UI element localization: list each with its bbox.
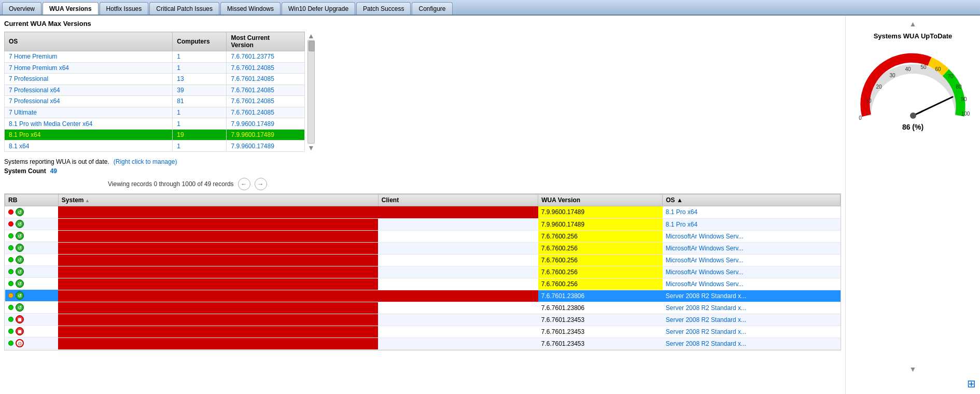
list-item[interactable]: ↺ 7.9.9600.174898.1 Pro x64	[5, 218, 841, 230]
rb-icon[interactable]: ⊙	[16, 339, 24, 347]
list-item[interactable]: ↺ 7.6.7600.256MicrosoftAr Windows Serv..…	[5, 242, 841, 254]
list-item[interactable]: ⏹ 7.6.7601.23453Server 2008 R2 Standard …	[5, 326, 841, 337]
grid-view-icon[interactable]: ⊞	[967, 377, 976, 390]
right-click-hint[interactable]: (Right click to manage)	[114, 158, 177, 165]
os-cell: Server 2008 R2 Standard x...	[663, 314, 841, 326]
tab-overview[interactable]: Overview	[2, 2, 41, 15]
tab-patch-success[interactable]: Patch Success	[356, 2, 411, 15]
rb-icon[interactable]: ↺	[16, 268, 24, 276]
table-row[interactable]: 7 Professional137.6.7601.24085	[5, 74, 305, 85]
tab-win10-defer[interactable]: Win10 Defer Upgrade	[282, 2, 355, 15]
client-cell	[378, 278, 538, 290]
bottom-table-container: RB System Client WUA Version OS ▲ ↺ 7.9.…	[4, 193, 841, 350]
list-item[interactable]: ⊙ 7.6.7601.23453Server 2008 R2 Standard …	[5, 337, 841, 349]
status-dot-icon	[8, 221, 13, 227]
rb-icon[interactable]: ↺	[16, 244, 24, 252]
rb-icon[interactable]: ↺	[16, 232, 24, 240]
col-wua-version[interactable]: WUA Version	[538, 194, 663, 206]
svg-text:30: 30	[889, 73, 895, 78]
rb-icon[interactable]: ↺	[16, 303, 24, 312]
tab-hotfix-issues[interactable]: Hotfix Issues	[100, 2, 149, 15]
computers-cell: 19	[173, 129, 227, 140]
os-cell: 7 Home Premium	[5, 51, 173, 63]
client-cell	[378, 302, 538, 314]
col-computers[interactable]: Computers	[173, 32, 227, 51]
tab-missed-windows[interactable]: Missed Windows	[220, 2, 281, 15]
client-cell	[378, 337, 538, 349]
list-item[interactable]: ↺ 7.9.9600.174898.1 Pro x64	[5, 206, 841, 219]
scroll-up-arrow[interactable]: ▲	[307, 32, 315, 40]
rb-icon[interactable]: ↺	[16, 256, 24, 264]
list-item[interactable]: ↺ 7.6.7600.256MicrosoftAr Windows Serv..…	[5, 278, 841, 290]
rb-cell: ↺	[5, 242, 59, 254]
version-cell: 7.6.7601.24085	[227, 85, 305, 96]
wua-version-cell: 7.9.9600.17489	[538, 206, 663, 219]
col-system[interactable]: System	[58, 194, 378, 206]
table-row[interactable]: 8.1 x6417.9.9600.17489	[5, 140, 305, 152]
status-dot-icon	[8, 305, 13, 310]
wua-versions-table: OS Computers Most CurrentVersion 7 Home …	[4, 32, 305, 152]
os-cell: 7 Professional x64	[5, 85, 173, 96]
svg-text:100: 100	[961, 111, 970, 117]
system-cell	[58, 218, 378, 230]
rb-cell: ↺	[5, 218, 59, 230]
table-row[interactable]: 7 Ultimate17.6.7601.24085	[5, 107, 305, 118]
table-row[interactable]: 7 Home Premium x6417.6.7601.24085	[5, 62, 305, 74]
prev-page-button[interactable]: ←	[238, 178, 250, 190]
os-cell: MicrosoftAr Windows Serv...	[663, 242, 841, 254]
rb-icon[interactable]: ⏹	[16, 315, 24, 323]
page-info: Viewing records 0 through 1000 of 49 rec…	[108, 180, 234, 188]
scroll-up-top[interactable]: ▲	[909, 20, 917, 28]
computers-cell: 39	[173, 85, 227, 96]
computers-cell: 13	[173, 74, 227, 85]
list-item[interactable]: ↺ 7.6.7601.23806Server 2008 R2 Standard …	[5, 290, 841, 302]
col-os[interactable]: OS	[5, 32, 173, 51]
os-cell: 7 Professional x64	[5, 96, 173, 107]
list-item[interactable]: ⏹ 7.6.7601.23453Server 2008 R2 Standard …	[5, 314, 841, 326]
rb-icon[interactable]: ↺	[16, 208, 24, 216]
tab-wua-versions[interactable]: WUA Versions	[43, 2, 99, 15]
svg-text:60: 60	[935, 66, 941, 72]
system-cell	[58, 206, 378, 219]
wua-version-cell: 7.9.9600.17489	[538, 218, 663, 230]
version-cell: 7.6.7601.24085	[227, 74, 305, 85]
next-page-button[interactable]: →	[255, 178, 267, 190]
os-cell: MicrosoftAr Windows Serv...	[663, 266, 841, 278]
col-rb[interactable]: RB	[5, 194, 59, 206]
system-cell	[58, 337, 378, 349]
list-item[interactable]: ↺ 7.6.7601.23806Server 2008 R2 Standard …	[5, 302, 841, 314]
gauge-container: 0 10 20 30 40 50 60 70 80 90 1	[856, 48, 970, 121]
col-version[interactable]: Most CurrentVersion	[227, 32, 305, 51]
os-cell: 8.1 Pro x64	[663, 206, 841, 219]
os-cell: 7 Home Premium x64	[5, 62, 173, 74]
list-item[interactable]: ↺ 7.6.7600.256MicrosoftAr Windows Serv..…	[5, 254, 841, 266]
scroll-down-bottom[interactable]: ▼	[909, 365, 917, 373]
rb-icon[interactable]: ⏹	[16, 327, 24, 335]
count-value: 49	[50, 167, 57, 175]
system-cell	[58, 242, 378, 254]
rb-cell: ↺	[5, 254, 59, 266]
table-row[interactable]: 7 Home Premium17.6.7601.23775	[5, 51, 305, 63]
system-cell	[58, 314, 378, 326]
table-row[interactable]: 7 Professional x64817.6.7601.24085	[5, 96, 305, 107]
table-row[interactable]: 8.1 Pro with Media Center x6417.9.9600.1…	[5, 118, 305, 130]
scroll-down-arrow[interactable]: ▼	[307, 144, 315, 152]
table-row[interactable]: 7 Professional x64397.6.7601.24085	[5, 85, 305, 96]
table-row[interactable]: 8.1 Pro x64197.9.9600.17489	[5, 129, 305, 140]
version-cell: 7.6.7601.24085	[227, 62, 305, 74]
rb-icon[interactable]: ↺	[16, 291, 24, 300]
left-panel: Current WUA Max Versions OS Computers Mo…	[0, 16, 845, 394]
col-os[interactable]: OS ▲	[663, 194, 841, 206]
rb-icon[interactable]: ↺	[16, 220, 24, 228]
count-label: System Count	[4, 167, 46, 175]
rb-cell: ↺	[5, 278, 59, 290]
col-client[interactable]: Client	[378, 194, 538, 206]
tab-critical-patch[interactable]: Critical Patch Issues	[149, 2, 219, 15]
tab-configure[interactable]: Configure	[412, 2, 452, 15]
list-item[interactable]: ↺ 7.6.7600.256MicrosoftAr Windows Serv..…	[5, 230, 841, 242]
svg-point-12	[910, 112, 916, 119]
os-cell: Server 2008 R2 Standard x...	[663, 337, 841, 349]
rb-icon[interactable]: ↺	[16, 279, 24, 288]
list-item[interactable]: ↺ 7.6.7600.256MicrosoftAr Windows Serv..…	[5, 266, 841, 278]
rb-cell: ↺	[5, 230, 59, 242]
